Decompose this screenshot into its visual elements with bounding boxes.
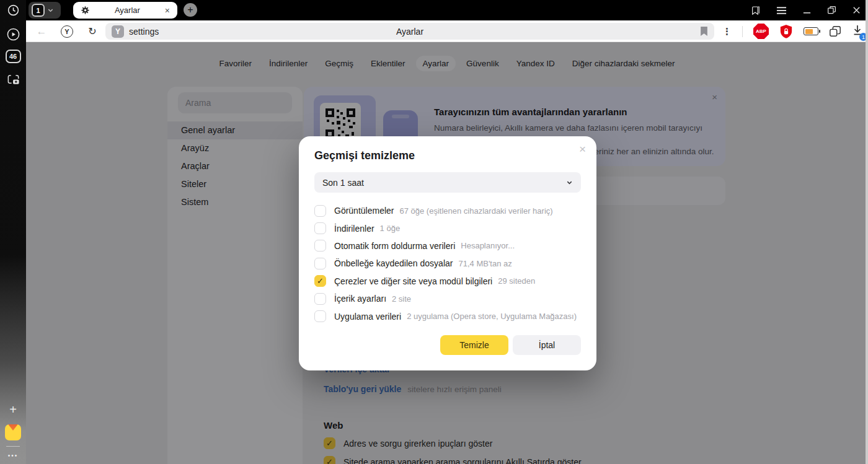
restore-window-icon[interactable] <box>827 6 836 15</box>
sidebar-more-icon[interactable]: ••• <box>0 452 26 459</box>
option-row-cerezler[interactable]: Çerezler ve diğer site veya modül bilgil… <box>314 273 581 290</box>
tab-close-icon[interactable]: × <box>165 6 170 15</box>
checkbox[interactable] <box>314 258 326 269</box>
battery-saver-icon[interactable] <box>804 27 818 35</box>
tab-count-badge: 1 <box>32 4 45 17</box>
back-arrow-icon[interactable]: ← <box>35 20 48 42</box>
screenshot-camera-icon[interactable] <box>0 72 26 87</box>
time-range-value: Son 1 saat <box>322 178 566 188</box>
address-bar[interactable]: Y settings Ayarlar <box>105 23 714 40</box>
checkbox[interactable] <box>314 205 326 217</box>
dialog-close-icon[interactable]: × <box>579 142 586 156</box>
active-tab[interactable]: Ayarlar × <box>73 2 177 19</box>
play-media-icon[interactable] <box>0 27 26 42</box>
page-title: Ayarlar <box>105 27 714 37</box>
dialog-title: Geçmişi temizleme <box>314 149 415 162</box>
settings-page: Favoriler İndirilenler Geçmiş Eklentiler… <box>26 42 868 464</box>
toolbar-more-icon[interactable]: ⋮ <box>722 26 732 37</box>
toolbar-divider <box>742 26 743 37</box>
clear-button[interactable]: Temizle <box>440 335 508 355</box>
new-tab-button[interactable]: + <box>184 3 197 17</box>
checkbox[interactable] <box>314 275 326 287</box>
option-row-onbellek[interactable]: Önbelleğe kaydedilen dosyalar 71,4 MB'ta… <box>314 255 581 272</box>
bookmarks-panel-icon[interactable] <box>751 6 761 15</box>
option-row-uygulama-verileri[interactable]: Uygulama verileri 2 uygulama (Opera stor… <box>314 307 581 325</box>
option-row-indirilenler[interactable]: İndirilenler 1 öğe <box>314 219 581 237</box>
option-row-icerik-ayarlari[interactable]: İçerik ayarları 2 site <box>314 290 581 307</box>
option-row-form-verileri[interactable]: Otomatik form doldurma verileri Hesaplan… <box>314 237 581 255</box>
checkbox[interactable] <box>314 293 326 305</box>
checkbox[interactable] <box>314 240 326 252</box>
history-clock-icon[interactable] <box>0 4 26 17</box>
browser-toolbar: ← Y ↻ Y settings Ayarlar ⋮ ABP <box>26 20 868 42</box>
menu-hamburger-icon[interactable] <box>776 6 787 15</box>
left-sidebar-strip: 46 + ••• <box>0 0 26 464</box>
shared-tabs-icon[interactable] <box>829 25 841 38</box>
site-favicon: Y <box>112 25 124 38</box>
url-text: settings <box>129 27 159 37</box>
protect-shield-icon[interactable] <box>779 24 793 39</box>
window-edge <box>866 0 868 464</box>
chevron-down-icon <box>47 7 54 14</box>
time-range-select[interactable]: Son 1 saat <box>314 172 581 193</box>
bookmark-flag-icon[interactable] <box>700 27 708 38</box>
yandex-browser-icon[interactable]: Y <box>60 20 74 42</box>
settings-gear-icon <box>81 6 90 15</box>
minimize-icon[interactable] <box>802 6 812 15</box>
refresh-icon[interactable]: ↻ <box>86 20 99 42</box>
checkbox[interactable] <box>314 222 326 234</box>
browser-window: 46 + ••• 1 <box>0 0 868 464</box>
chevron-down-icon <box>566 179 573 186</box>
tab-title: Ayarlar <box>90 6 165 15</box>
tab-bar: 1 Ayarlar × + <box>26 0 868 20</box>
option-row-goruntulemeler[interactable]: Görüntülemeler 67 öğe (eşitlenen cihazla… <box>314 202 581 219</box>
checkbox[interactable] <box>314 310 326 322</box>
tabs-count-badge[interactable]: 46 <box>0 50 26 63</box>
sidebar-add-icon[interactable]: + <box>0 403 26 417</box>
sidebar-divider <box>0 446 26 447</box>
yandex-mail-icon[interactable] <box>0 424 26 440</box>
clear-history-dialog: × Geçmişi temizleme Son 1 saat Görüntüle… <box>299 136 596 370</box>
adblock-abp-extension-icon[interactable]: ABP <box>753 24 769 39</box>
tab-counter-group[interactable]: 1 <box>29 2 61 19</box>
close-window-icon[interactable] <box>852 6 861 15</box>
downloads-icon[interactable]: 1 <box>852 24 863 38</box>
clear-history-options: Görüntülemeler 67 öğe (eşitlenen cihazla… <box>314 202 581 325</box>
cancel-button[interactable]: İptal <box>513 335 581 355</box>
